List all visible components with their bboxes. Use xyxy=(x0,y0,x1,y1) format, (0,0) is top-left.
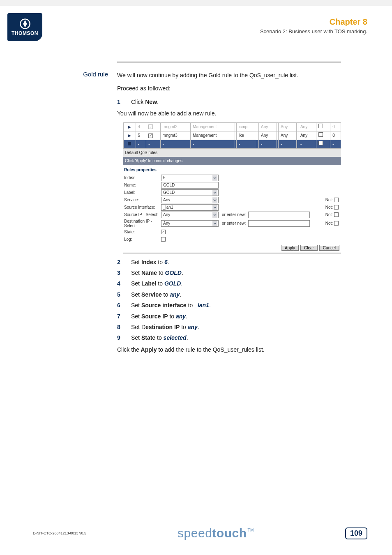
step-number: 4 xyxy=(117,279,131,288)
row-log-checkbox[interactable] xyxy=(318,132,323,137)
table-cell: - xyxy=(278,140,296,148)
t: Not: xyxy=(325,197,333,203)
row-checkbox[interactable]: ✓ xyxy=(148,124,153,129)
step-number: 7 xyxy=(117,312,131,321)
step-item: 2Set Index to 6. xyxy=(117,258,362,267)
header-rule xyxy=(117,62,341,62)
chevron-down-icon xyxy=(212,205,217,210)
chapter-title: Chapter 8 xyxy=(260,17,367,27)
rules-properties-title: Rules properties xyxy=(123,165,341,174)
cancel-button[interactable]: Cancel xyxy=(319,245,339,251)
table-cell: Any xyxy=(278,131,296,140)
step-number: 1 xyxy=(117,97,131,106)
log-checkbox[interactable] xyxy=(161,237,166,242)
step-list-2: 2Set Index to 6.3Set Name to GOLD.4Set L… xyxy=(117,258,362,343)
label-index: Index: xyxy=(124,175,161,181)
step-text: Set Source IP to any. xyxy=(131,312,362,321)
v: Any xyxy=(163,197,170,203)
srcip-select[interactable]: Any xyxy=(161,212,219,218)
chevron-down-icon xyxy=(212,175,217,181)
table-cell: - xyxy=(136,140,146,148)
label-select[interactable]: GOLD xyxy=(161,189,219,196)
content-area: Gold rule We will now continue by adding… xyxy=(82,67,362,358)
not-srcif-checkbox[interactable] xyxy=(334,205,339,210)
row-log: Log: xyxy=(123,236,341,243)
step-text: Set Source interface to _lan1. xyxy=(131,301,362,310)
table-cell: - xyxy=(237,140,257,148)
v: GOLD xyxy=(163,189,175,196)
row-srcif: Source interface: _lan1 Not: xyxy=(123,204,341,211)
step-number: 9 xyxy=(117,333,131,342)
table-cell: - xyxy=(330,140,341,148)
not-dstip: Not: xyxy=(325,220,340,227)
apply-button[interactable]: Apply xyxy=(281,245,299,251)
name-input[interactable]: GOLD xyxy=(161,182,219,189)
srcif-select[interactable]: _lan1 xyxy=(161,204,219,211)
step-number: 8 xyxy=(117,322,131,332)
not-srcif: Not: xyxy=(325,204,340,211)
v: Any xyxy=(163,212,170,218)
not-service-checkbox[interactable] xyxy=(334,198,339,202)
table-cell: - xyxy=(298,140,316,148)
table-cell: mngmt2 xyxy=(160,122,190,131)
clear-button[interactable]: Clear xyxy=(300,245,318,251)
not-dstip-checkbox[interactable] xyxy=(334,221,339,226)
t: New xyxy=(145,99,157,105)
chevron-down-icon xyxy=(212,197,217,203)
window-titlebar xyxy=(0,0,392,6)
table-cell: ike xyxy=(237,131,257,140)
t: speed xyxy=(178,526,212,540)
page-footer: E-NIT-CTC-20041213-0013 v0.5 speedtouchT… xyxy=(33,526,367,540)
chevron-down-icon xyxy=(212,212,217,218)
table-row[interactable]: ▶5mngmt3ManagementikeAnyAnyAny0 xyxy=(124,131,341,140)
table-cell: Any xyxy=(298,122,316,131)
state-checkbox[interactable] xyxy=(161,230,166,234)
t: Click xyxy=(131,99,145,105)
row-dstip: Destination IP - Select: Any or enter ne… xyxy=(123,219,341,228)
t: Apply xyxy=(141,346,157,353)
step-item: 4Set Label to GOLD. xyxy=(117,279,362,288)
dstip-select[interactable]: Any xyxy=(161,220,219,227)
not-srcip: Not: xyxy=(325,212,340,218)
t: to add the rule to the QoS_user_rules li… xyxy=(157,346,264,353)
or-enter-label: or enter new: xyxy=(222,220,246,227)
table-row[interactable]: ▶4✓mngmt2ManagementicmpAnyAnyAny0 xyxy=(124,122,341,131)
trademark: TM xyxy=(247,528,254,532)
t: Not: xyxy=(325,220,333,227)
table-cell: 0 xyxy=(330,122,341,131)
row-log-checkbox[interactable] xyxy=(318,141,323,145)
ui-screenshot: ▶4✓mngmt2ManagementicmpAnyAnyAny0▶5mngmt… xyxy=(123,122,341,253)
t: touch xyxy=(212,526,247,540)
service-select[interactable]: Any xyxy=(161,197,219,203)
v: _lan1 xyxy=(163,204,173,211)
srcip-input[interactable] xyxy=(248,212,310,218)
row-service: Service: Any Not: xyxy=(123,196,341,204)
table-cell xyxy=(146,131,160,140)
section-label: Gold rule xyxy=(82,71,117,358)
table-cell xyxy=(316,122,330,131)
table-cell: - xyxy=(259,140,277,148)
table-cell: Any xyxy=(259,131,277,140)
step-text: Set Label to GOLD. xyxy=(131,279,362,288)
row-checkbox[interactable] xyxy=(148,134,153,138)
step-text: Set Name to GOLD. xyxy=(131,268,362,277)
step-list-1: 1 Click New. xyxy=(117,97,362,106)
label-srcif: Source interface: xyxy=(124,204,161,211)
t: Not: xyxy=(325,204,333,211)
index-select[interactable]: 6 xyxy=(161,175,219,181)
table-cell: 4 xyxy=(136,122,146,131)
table-cell: 0 xyxy=(330,131,341,140)
not-srcip-checkbox[interactable] xyxy=(334,212,339,217)
v: Any xyxy=(163,220,170,227)
after-step1: You will now be able to add a new rule. xyxy=(117,109,362,118)
v: 6 xyxy=(163,175,166,181)
table-row[interactable]: --------- xyxy=(124,140,341,148)
dstip-input[interactable] xyxy=(248,220,310,227)
row-state: State: xyxy=(123,228,341,236)
table-cell: Any xyxy=(298,131,316,140)
row-log-checkbox[interactable] xyxy=(318,124,323,128)
chevron-down-icon xyxy=(212,221,217,226)
or-enter-label: or enter new: xyxy=(222,212,246,218)
step-text: Click New. xyxy=(131,97,362,106)
label-service: Service: xyxy=(124,197,161,203)
